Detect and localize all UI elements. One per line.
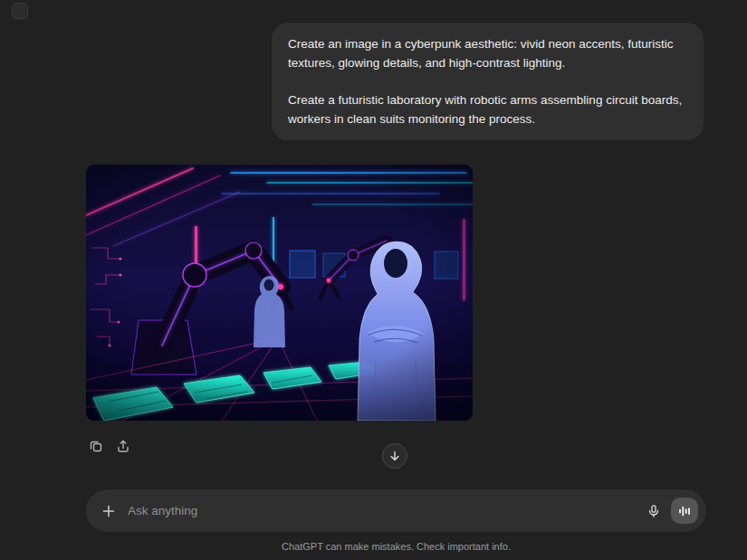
user-message-bubble: Create an image in a cyberpunk aesthetic… [272,23,704,140]
mic-button[interactable] [640,498,667,525]
composer [86,489,706,532]
message-actions [86,436,133,456]
share-button[interactable] [113,436,133,456]
footer-disclaimer: ChatGPT can make mistakes. Check importa… [86,541,706,552]
cyberpunk-lab-scene-art [86,165,473,421]
chat-window: Create an image in a cyberpunk aesthetic… [0,0,747,560]
arrow-down-icon [388,450,401,462]
microphone-icon [646,504,661,518]
copy-button[interactable] [86,436,106,456]
app-menu-icon[interactable] [12,3,28,19]
scroll-to-bottom-button[interactable] [382,443,407,469]
copy-icon [89,439,103,453]
user-message-paragraph: Create a futuristic laboratory with robo… [288,90,687,128]
upload-icon [116,439,130,453]
message-input[interactable] [122,504,640,517]
user-message-paragraph: Create an image in a cyberpunk aesthetic… [288,34,687,72]
waveform-icon [677,504,692,518]
attach-button[interactable] [95,498,122,525]
plus-icon [101,504,116,518]
generated-image[interactable] [86,165,473,421]
voice-mode-button[interactable] [671,498,698,524]
